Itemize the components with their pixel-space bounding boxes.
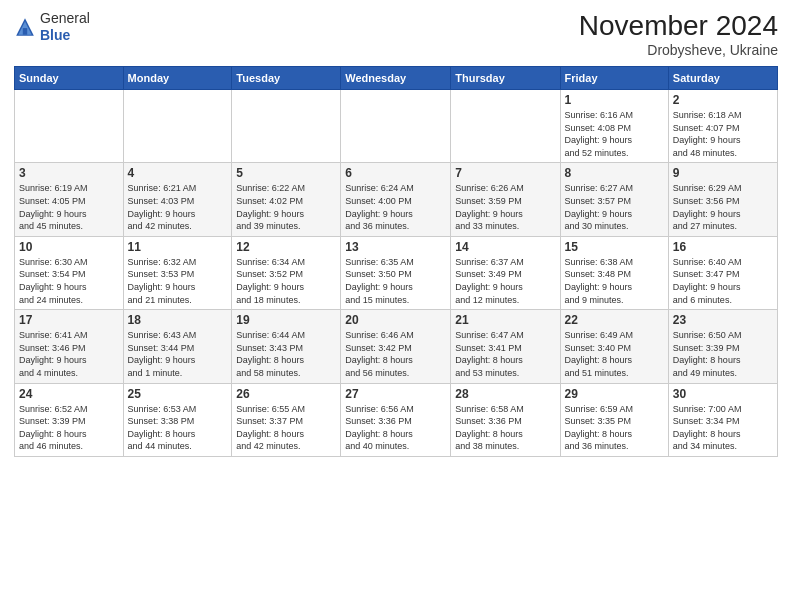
col-saturday: Saturday bbox=[668, 67, 777, 90]
day-info: Sunrise: 6:26 AM Sunset: 3:59 PM Dayligh… bbox=[455, 182, 555, 232]
header: General Blue November 2024 Drobysheve, U… bbox=[14, 10, 778, 58]
calendar-cell: 19Sunrise: 6:44 AM Sunset: 3:43 PM Dayli… bbox=[232, 310, 341, 383]
day-number: 8 bbox=[565, 166, 664, 180]
day-info: Sunrise: 6:47 AM Sunset: 3:41 PM Dayligh… bbox=[455, 329, 555, 379]
day-number: 19 bbox=[236, 313, 336, 327]
calendar-week-1: 3Sunrise: 6:19 AM Sunset: 4:05 PM Daylig… bbox=[15, 163, 778, 236]
day-info: Sunrise: 6:49 AM Sunset: 3:40 PM Dayligh… bbox=[565, 329, 664, 379]
calendar-cell: 7Sunrise: 6:26 AM Sunset: 3:59 PM Daylig… bbox=[451, 163, 560, 236]
day-info: Sunrise: 6:22 AM Sunset: 4:02 PM Dayligh… bbox=[236, 182, 336, 232]
calendar-cell: 23Sunrise: 6:50 AM Sunset: 3:39 PM Dayli… bbox=[668, 310, 777, 383]
calendar-subtitle: Drobysheve, Ukraine bbox=[579, 42, 778, 58]
day-number: 10 bbox=[19, 240, 119, 254]
day-info: Sunrise: 6:18 AM Sunset: 4:07 PM Dayligh… bbox=[673, 109, 773, 159]
calendar-cell bbox=[15, 90, 124, 163]
calendar-cell: 6Sunrise: 6:24 AM Sunset: 4:00 PM Daylig… bbox=[341, 163, 451, 236]
day-number: 29 bbox=[565, 387, 664, 401]
calendar-cell: 5Sunrise: 6:22 AM Sunset: 4:02 PM Daylig… bbox=[232, 163, 341, 236]
day-info: Sunrise: 6:41 AM Sunset: 3:46 PM Dayligh… bbox=[19, 329, 119, 379]
day-info: Sunrise: 6:53 AM Sunset: 3:38 PM Dayligh… bbox=[128, 403, 228, 453]
day-number: 20 bbox=[345, 313, 446, 327]
day-number: 24 bbox=[19, 387, 119, 401]
day-number: 4 bbox=[128, 166, 228, 180]
day-number: 5 bbox=[236, 166, 336, 180]
day-info: Sunrise: 6:37 AM Sunset: 3:49 PM Dayligh… bbox=[455, 256, 555, 306]
logo-general: General bbox=[40, 10, 90, 27]
day-number: 25 bbox=[128, 387, 228, 401]
calendar-body: 1Sunrise: 6:16 AM Sunset: 4:08 PM Daylig… bbox=[15, 90, 778, 457]
calendar-cell: 20Sunrise: 6:46 AM Sunset: 3:42 PM Dayli… bbox=[341, 310, 451, 383]
calendar-cell: 21Sunrise: 6:47 AM Sunset: 3:41 PM Dayli… bbox=[451, 310, 560, 383]
day-number: 23 bbox=[673, 313, 773, 327]
calendar-cell bbox=[123, 90, 232, 163]
page: General Blue November 2024 Drobysheve, U… bbox=[0, 0, 792, 612]
day-number: 30 bbox=[673, 387, 773, 401]
calendar-cell: 2Sunrise: 6:18 AM Sunset: 4:07 PM Daylig… bbox=[668, 90, 777, 163]
day-number: 13 bbox=[345, 240, 446, 254]
day-info: Sunrise: 6:59 AM Sunset: 3:35 PM Dayligh… bbox=[565, 403, 664, 453]
col-thursday: Thursday bbox=[451, 67, 560, 90]
calendar-cell: 18Sunrise: 6:43 AM Sunset: 3:44 PM Dayli… bbox=[123, 310, 232, 383]
calendar-cell: 11Sunrise: 6:32 AM Sunset: 3:53 PM Dayli… bbox=[123, 236, 232, 309]
day-info: Sunrise: 7:00 AM Sunset: 3:34 PM Dayligh… bbox=[673, 403, 773, 453]
logo-text: General Blue bbox=[40, 10, 90, 44]
logo-icon bbox=[14, 16, 36, 38]
calendar-cell: 16Sunrise: 6:40 AM Sunset: 3:47 PM Dayli… bbox=[668, 236, 777, 309]
day-number: 18 bbox=[128, 313, 228, 327]
day-info: Sunrise: 6:44 AM Sunset: 3:43 PM Dayligh… bbox=[236, 329, 336, 379]
day-info: Sunrise: 6:32 AM Sunset: 3:53 PM Dayligh… bbox=[128, 256, 228, 306]
calendar-table: Sunday Monday Tuesday Wednesday Thursday… bbox=[14, 66, 778, 457]
calendar-cell: 29Sunrise: 6:59 AM Sunset: 3:35 PM Dayli… bbox=[560, 383, 668, 456]
day-info: Sunrise: 6:38 AM Sunset: 3:48 PM Dayligh… bbox=[565, 256, 664, 306]
calendar-cell: 26Sunrise: 6:55 AM Sunset: 3:37 PM Dayli… bbox=[232, 383, 341, 456]
calendar-cell bbox=[451, 90, 560, 163]
calendar-cell: 27Sunrise: 6:56 AM Sunset: 3:36 PM Dayli… bbox=[341, 383, 451, 456]
day-info: Sunrise: 6:16 AM Sunset: 4:08 PM Dayligh… bbox=[565, 109, 664, 159]
calendar-cell: 22Sunrise: 6:49 AM Sunset: 3:40 PM Dayli… bbox=[560, 310, 668, 383]
calendar-title: November 2024 bbox=[579, 10, 778, 42]
logo: General Blue bbox=[14, 10, 90, 44]
day-number: 22 bbox=[565, 313, 664, 327]
day-info: Sunrise: 6:21 AM Sunset: 4:03 PM Dayligh… bbox=[128, 182, 228, 232]
calendar-cell: 13Sunrise: 6:35 AM Sunset: 3:50 PM Dayli… bbox=[341, 236, 451, 309]
calendar-cell: 12Sunrise: 6:34 AM Sunset: 3:52 PM Dayli… bbox=[232, 236, 341, 309]
calendar-week-4: 24Sunrise: 6:52 AM Sunset: 3:39 PM Dayli… bbox=[15, 383, 778, 456]
day-number: 28 bbox=[455, 387, 555, 401]
calendar-cell: 17Sunrise: 6:41 AM Sunset: 3:46 PM Dayli… bbox=[15, 310, 124, 383]
day-info: Sunrise: 6:34 AM Sunset: 3:52 PM Dayligh… bbox=[236, 256, 336, 306]
day-info: Sunrise: 6:50 AM Sunset: 3:39 PM Dayligh… bbox=[673, 329, 773, 379]
calendar-header-row: Sunday Monday Tuesday Wednesday Thursday… bbox=[15, 67, 778, 90]
calendar-cell: 25Sunrise: 6:53 AM Sunset: 3:38 PM Dayli… bbox=[123, 383, 232, 456]
day-info: Sunrise: 6:43 AM Sunset: 3:44 PM Dayligh… bbox=[128, 329, 228, 379]
day-number: 17 bbox=[19, 313, 119, 327]
day-info: Sunrise: 6:30 AM Sunset: 3:54 PM Dayligh… bbox=[19, 256, 119, 306]
calendar-cell: 1Sunrise: 6:16 AM Sunset: 4:08 PM Daylig… bbox=[560, 90, 668, 163]
calendar-cell: 8Sunrise: 6:27 AM Sunset: 3:57 PM Daylig… bbox=[560, 163, 668, 236]
day-number: 21 bbox=[455, 313, 555, 327]
calendar-cell: 28Sunrise: 6:58 AM Sunset: 3:36 PM Dayli… bbox=[451, 383, 560, 456]
day-number: 26 bbox=[236, 387, 336, 401]
day-number: 11 bbox=[128, 240, 228, 254]
day-number: 7 bbox=[455, 166, 555, 180]
calendar-cell: 14Sunrise: 6:37 AM Sunset: 3:49 PM Dayli… bbox=[451, 236, 560, 309]
calendar-cell: 15Sunrise: 6:38 AM Sunset: 3:48 PM Dayli… bbox=[560, 236, 668, 309]
calendar-cell bbox=[232, 90, 341, 163]
calendar-cell: 9Sunrise: 6:29 AM Sunset: 3:56 PM Daylig… bbox=[668, 163, 777, 236]
day-info: Sunrise: 6:40 AM Sunset: 3:47 PM Dayligh… bbox=[673, 256, 773, 306]
calendar-cell: 4Sunrise: 6:21 AM Sunset: 4:03 PM Daylig… bbox=[123, 163, 232, 236]
day-info: Sunrise: 6:24 AM Sunset: 4:00 PM Dayligh… bbox=[345, 182, 446, 232]
col-monday: Monday bbox=[123, 67, 232, 90]
day-info: Sunrise: 6:27 AM Sunset: 3:57 PM Dayligh… bbox=[565, 182, 664, 232]
day-number: 27 bbox=[345, 387, 446, 401]
day-number: 9 bbox=[673, 166, 773, 180]
day-number: 12 bbox=[236, 240, 336, 254]
day-number: 6 bbox=[345, 166, 446, 180]
calendar-cell: 10Sunrise: 6:30 AM Sunset: 3:54 PM Dayli… bbox=[15, 236, 124, 309]
day-number: 14 bbox=[455, 240, 555, 254]
calendar-cell bbox=[341, 90, 451, 163]
day-info: Sunrise: 6:35 AM Sunset: 3:50 PM Dayligh… bbox=[345, 256, 446, 306]
calendar-week-2: 10Sunrise: 6:30 AM Sunset: 3:54 PM Dayli… bbox=[15, 236, 778, 309]
day-number: 15 bbox=[565, 240, 664, 254]
col-wednesday: Wednesday bbox=[341, 67, 451, 90]
col-sunday: Sunday bbox=[15, 67, 124, 90]
